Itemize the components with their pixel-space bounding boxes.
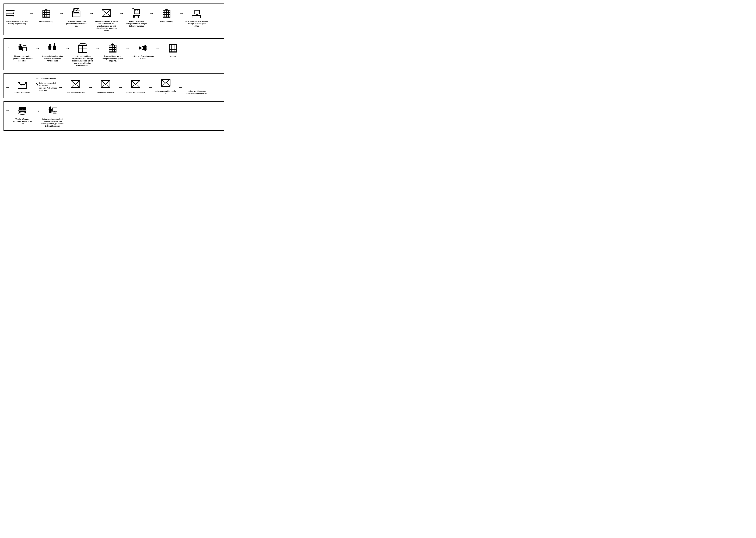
- svg-rect-93: [174, 47, 176, 49]
- bin-icon: [71, 7, 81, 19]
- svg-rect-17: [45, 15, 46, 17]
- cart-letter-icon: [131, 7, 142, 19]
- redacted-label: Letters are redacted: [97, 91, 114, 93]
- arrow-s2-4: →: [125, 45, 130, 51]
- arrow-4: →: [118, 11, 124, 16]
- arrow-s2-1: →: [35, 45, 40, 51]
- svg-marker-34: [132, 8, 134, 9]
- discard-icon: [191, 77, 202, 89]
- morgan-building-icon: [41, 7, 51, 19]
- svg-point-58: [20, 44, 22, 46]
- svg-rect-117: [191, 78, 193, 79]
- svg-point-122: [19, 112, 26, 115]
- svg-line-107: [77, 84, 80, 87]
- arrow-s3-1: →: [58, 84, 63, 90]
- arrow-1: →: [28, 11, 34, 16]
- flow-item-santa-sort: Letters addressed to Santa are sorted fr…: [94, 7, 118, 32]
- svg-rect-41: [165, 13, 166, 14]
- svg-rect-60: [22, 48, 23, 51]
- section-4: → Vendor #2 sends encrypted letters to E…: [4, 101, 224, 131]
- flow-item-rescanned: Letters are rescanned: [123, 78, 148, 93]
- svg-rect-36: [163, 11, 165, 12]
- svg-rect-12: [43, 13, 44, 14]
- section3-entry-arrow: →: [6, 85, 10, 90]
- arrow-2: →: [59, 11, 64, 16]
- svg-marker-1: [13, 10, 15, 11]
- flow-item-farley-building: Farley Building: [154, 7, 179, 23]
- svg-rect-94: [169, 50, 171, 51]
- express-morgan-label: Express Box's bin is transported to Morg…: [101, 55, 124, 62]
- letters-opened-label: Letters are opened: [15, 91, 30, 93]
- svg-rect-52: [200, 16, 201, 18]
- svg-marker-5: [13, 15, 15, 17]
- flow-item-manager-elves: Manager brings Operation Santa letters t…: [40, 42, 65, 62]
- svg-marker-3: [13, 12, 15, 14]
- flow-item-undeliverables: Letters processed and placed in undelive…: [64, 7, 89, 27]
- branch-top-row: → Letters are scanned: [35, 76, 57, 81]
- svg-rect-37: [165, 11, 166, 12]
- qa-label: Letters go through elves' Quality Assura…: [41, 118, 64, 127]
- svg-rect-8: [43, 11, 44, 12]
- svg-rect-64: [24, 48, 25, 48]
- express-box-icon: [77, 42, 88, 54]
- svg-rect-19: [48, 15, 50, 17]
- svg-rect-75: [113, 45, 114, 47]
- svg-line-113: [137, 84, 140, 87]
- svg-rect-15: [48, 13, 50, 14]
- envelope-rescan-icon: [130, 78, 141, 90]
- arrow-s3-3: →: [118, 84, 123, 90]
- farley-building-icon: [161, 7, 172, 19]
- section-3: → Letters are opene: [4, 73, 224, 98]
- svg-line-116: [167, 83, 170, 86]
- arrow-s3-2: →: [88, 84, 93, 90]
- arrow-s3-5: →: [178, 84, 184, 90]
- elf-computer-icon: [47, 105, 58, 117]
- manager-elf-icon: [47, 42, 58, 54]
- svg-rect-78: [111, 48, 112, 49]
- svg-rect-46: [167, 15, 168, 17]
- svg-rect-84: [115, 50, 116, 51]
- svg-rect-14: [47, 13, 48, 14]
- svg-rect-95: [172, 50, 174, 51]
- svg-rect-57: [194, 16, 197, 16]
- flow-item-express-morgan: Express Box's bin is transported to Morg…: [100, 42, 125, 62]
- section4-entry-arrow: →: [6, 108, 10, 113]
- svg-rect-83: [113, 50, 114, 51]
- svg-rect-73: [109, 45, 111, 47]
- svg-rect-92: [172, 47, 174, 49]
- rescanned-label: Letters are rescanned: [126, 91, 145, 93]
- svg-rect-74: [111, 45, 112, 47]
- svg-line-106: [71, 84, 74, 87]
- svg-line-27: [102, 14, 105, 17]
- svg-rect-18: [47, 15, 48, 17]
- svg-rect-130: [53, 113, 57, 114]
- flow-item-redacted: Letters are redacted: [93, 78, 118, 93]
- svg-rect-40: [163, 13, 165, 14]
- express-box-label: Letters are put into Express Box and pos…: [71, 55, 94, 67]
- svg-rect-89: [172, 45, 174, 47]
- arrow-3: →: [89, 11, 94, 16]
- vendor-label: Vendor: [170, 55, 176, 57]
- flow-item-categorized: Letters are categorized: [63, 78, 88, 93]
- svg-rect-127: [53, 108, 57, 111]
- open-letter-icon: [17, 78, 28, 90]
- svg-rect-43: [169, 13, 170, 14]
- branch-arrow-bottom: ↘: [35, 82, 38, 86]
- svg-rect-10: [47, 11, 48, 12]
- branch-bottom-row: ↘ Letters are discarded:no addressnon-Ne…: [35, 82, 57, 92]
- vendor2-label: Letters are sent to vendor #2: [154, 90, 177, 94]
- branch-container: → Letters are scanned ↘ Letters are disc…: [35, 76, 57, 92]
- morgan-building-label: Morgan Building: [39, 20, 53, 23]
- svg-line-110: [107, 84, 110, 87]
- flow-item-morgan: Morgan Building: [34, 7, 59, 23]
- svg-rect-11: [48, 11, 50, 12]
- svg-rect-30: [133, 9, 133, 16]
- envelope-send-icon: [161, 77, 171, 89]
- branch-scanned-label: Letters are scanned: [40, 78, 57, 79]
- envelope-sort-icon: [101, 7, 112, 19]
- fly-vendor-label: Letters are flown to vendor in Utah.: [131, 55, 154, 60]
- svg-rect-44: [163, 15, 165, 17]
- flow-item-start: Mailed letters go to Morgan building for…: [6, 7, 28, 25]
- svg-rect-49: [165, 10, 167, 10]
- svg-rect-79: [113, 48, 114, 49]
